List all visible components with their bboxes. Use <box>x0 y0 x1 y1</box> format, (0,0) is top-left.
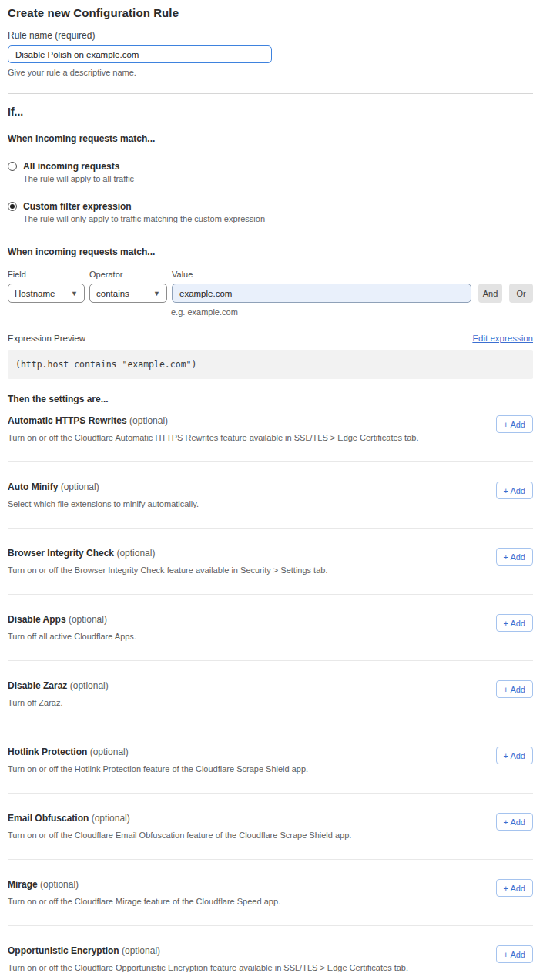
setting-description: Turn on or off the Cloudflare Opportunis… <box>8 963 408 972</box>
and-button[interactable]: And <box>478 284 502 303</box>
add-button[interactable]: + Add <box>496 879 533 897</box>
setting-row-mirage: Mirage (optional) Turn on or off the Clo… <box>8 860 533 926</box>
setting-row-opportunistic-encryption: Opportunistic Encryption (optional) Turn… <box>8 926 533 980</box>
radio-button-icon[interactable] <box>8 162 17 171</box>
section-divider <box>8 93 533 94</box>
add-button[interactable]: + Add <box>496 813 533 831</box>
field-select[interactable]: Hostname ▼ <box>8 284 85 303</box>
operator-label: Operator <box>89 270 167 279</box>
setting-name: Email Obfuscation <box>8 813 89 824</box>
if-heading: If... <box>8 106 533 118</box>
optional-label: (optional) <box>70 680 109 691</box>
operator-select-value: contains <box>96 289 129 298</box>
rule-name-label: Rule name (required) <box>8 30 533 41</box>
field-label: Field <box>8 270 85 279</box>
setting-row-email-obfuscation: Email Obfuscation (optional) Turn on or … <box>8 794 533 860</box>
setting-description: Turn on or off the Cloudflare Mirage fea… <box>8 897 280 906</box>
setting-description: Turn off Zaraz. <box>8 698 109 707</box>
setting-name: Disable Zaraz <box>8 680 67 691</box>
optional-label: (optional) <box>40 879 79 890</box>
builder-heading: When incoming requests match... <box>8 247 533 257</box>
optional-label: (optional) <box>129 415 168 426</box>
setting-row-hotlink-protection: Hotlink Protection (optional) Turn on or… <box>8 727 533 794</box>
value-label: Value <box>172 270 471 279</box>
setting-description: Turn on or off the Cloudflare Email Obfu… <box>8 831 351 840</box>
expression-builder-row: Field Hostname ▼ Operator contains ▼ Val… <box>8 270 533 303</box>
setting-row-auto-minify: Auto Minify (optional) Select which file… <box>8 462 533 529</box>
setting-row-disable-zaraz: Disable Zaraz (optional) Turn off Zaraz.… <box>8 661 533 727</box>
value-helper: e.g. example.com <box>171 307 533 317</box>
optional-label: (optional) <box>122 945 160 956</box>
optional-label: (optional) <box>69 614 107 625</box>
then-heading: Then the settings are... <box>8 394 533 404</box>
add-button[interactable]: + Add <box>496 548 533 566</box>
operator-select[interactable]: contains ▼ <box>89 284 167 303</box>
edit-expression-link[interactable]: Edit expression <box>472 334 533 343</box>
match-heading: When incoming requests match... <box>8 133 533 144</box>
value-input[interactable] <box>172 284 471 303</box>
radio-description: The rule will apply to all traffic <box>23 174 134 183</box>
optional-label: (optional) <box>90 747 129 757</box>
field-select-value: Hostname <box>15 289 55 298</box>
setting-description: Select which file extensions to minify a… <box>8 499 199 508</box>
setting-description: Turn on or off the Hotlink Protection fe… <box>8 764 308 774</box>
setting-name: Hotlink Protection <box>8 747 87 757</box>
add-button[interactable]: + Add <box>496 747 533 764</box>
setting-row-browser-integrity-check: Browser Integrity Check (optional) Turn … <box>8 529 533 595</box>
setting-name: Auto Minify <box>8 482 58 492</box>
optional-label: (optional) <box>116 548 155 559</box>
add-button[interactable]: + Add <box>496 415 533 433</box>
add-button[interactable]: + Add <box>496 945 533 963</box>
optional-label: (optional) <box>61 482 99 492</box>
setting-name: Opportunistic Encryption <box>8 945 119 956</box>
expression-preview-code: (http.host contains "example.com") <box>8 350 533 379</box>
chevron-down-icon: ▼ <box>71 290 78 297</box>
setting-description: Turn on or off the Browser Integrity Che… <box>8 566 327 575</box>
add-button[interactable]: + Add <box>496 680 533 698</box>
radio-custom-filter-expression[interactable]: Custom filter expression The rule will o… <box>8 201 533 223</box>
add-button[interactable]: + Add <box>496 614 533 632</box>
setting-description: Turn on or off the Cloudflare Automatic … <box>8 433 418 442</box>
configuration-rule-form: Create new Configuration Rule Rule name … <box>0 0 543 980</box>
setting-name: Browser Integrity Check <box>8 548 114 559</box>
radio-description: The rule will only apply to traffic matc… <box>23 214 265 223</box>
setting-name: Mirage <box>8 879 38 890</box>
optional-label: (optional) <box>92 813 130 824</box>
or-button[interactable]: Or <box>509 284 533 303</box>
radio-all-incoming-requests[interactable]: All incoming requests The rule will appl… <box>8 161 533 183</box>
add-button[interactable]: + Add <box>496 482 533 499</box>
expression-preview-label: Expression Preview <box>8 334 85 343</box>
setting-row-disable-apps: Disable Apps (optional) Turn off all act… <box>8 595 533 661</box>
chevron-down-icon: ▼ <box>153 290 160 297</box>
match-type-radio-group: All incoming requests The rule will appl… <box>8 161 533 223</box>
rule-name-helper: Give your rule a descriptive name. <box>8 68 533 77</box>
page-title: Create new Configuration Rule <box>8 6 533 19</box>
setting-row-automatic-https-rewrites: Automatic HTTPS Rewrites (optional) Turn… <box>8 404 533 462</box>
setting-name: Disable Apps <box>8 614 66 625</box>
radio-label: Custom filter expression <box>23 201 132 212</box>
setting-name: Automatic HTTPS Rewrites <box>8 415 127 426</box>
radio-label: All incoming requests <box>23 161 119 172</box>
radio-button-icon[interactable] <box>8 202 17 211</box>
setting-description: Turn off all active Cloudflare Apps. <box>8 632 136 641</box>
rule-name-input[interactable] <box>8 45 272 63</box>
